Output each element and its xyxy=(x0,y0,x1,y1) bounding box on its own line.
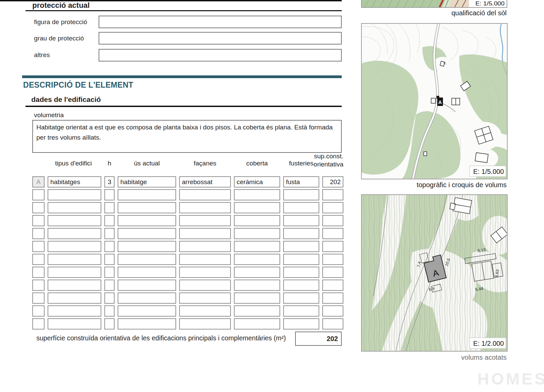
table-cell-empty[interactable] xyxy=(32,215,45,226)
table-cell-empty[interactable] xyxy=(234,305,280,317)
field-input-altres[interactable] xyxy=(99,49,342,61)
table-cell-empty[interactable] xyxy=(283,228,319,239)
table-cell-empty[interactable] xyxy=(48,189,101,200)
table-cell-empty[interactable] xyxy=(179,241,231,252)
table-cell-empty[interactable] xyxy=(322,228,343,239)
table-cell-empty[interactable] xyxy=(118,202,176,213)
table-cell-empty[interactable] xyxy=(48,228,101,239)
table-cell-empty[interactable] xyxy=(118,318,176,329)
table-cell-empty[interactable] xyxy=(104,318,115,329)
table-cell-empty[interactable] xyxy=(179,318,231,329)
table-cell-empty[interactable] xyxy=(283,318,319,329)
table-cell-empty[interactable] xyxy=(104,267,115,278)
table-cell-empty[interactable] xyxy=(48,318,101,329)
cell-h[interactable]: 3 xyxy=(104,176,115,188)
table-cell-empty[interactable] xyxy=(234,241,280,252)
table-cell-empty[interactable] xyxy=(104,305,115,317)
summary-value-box[interactable]: 202 xyxy=(295,332,342,346)
table-cell-empty[interactable] xyxy=(118,267,176,278)
table-cell-empty[interactable] xyxy=(48,254,101,265)
table-cell-empty[interactable] xyxy=(179,254,231,265)
table-cell-empty[interactable] xyxy=(118,254,176,265)
cell-row-id[interactable]: A xyxy=(32,176,45,188)
table-cell-empty[interactable] xyxy=(104,254,115,265)
table-cell-empty[interactable] xyxy=(283,280,319,291)
table-cell-empty[interactable] xyxy=(118,241,176,252)
cell-tipus[interactable]: habitatges xyxy=(48,176,101,188)
table-cell-empty[interactable] xyxy=(104,241,115,252)
table-cell-empty[interactable] xyxy=(32,189,45,200)
table-cell-empty[interactable] xyxy=(179,267,231,278)
table-cell-empty[interactable] xyxy=(48,202,101,213)
table-cell-empty[interactable] xyxy=(104,215,115,226)
table-cell-empty[interactable] xyxy=(48,305,101,317)
table-cell-empty[interactable] xyxy=(283,215,319,226)
cell-coberta[interactable]: ceràmica xyxy=(234,176,280,188)
table-cell-empty[interactable] xyxy=(322,318,343,329)
table-cell-empty[interactable] xyxy=(32,228,45,239)
table-cell-empty[interactable] xyxy=(48,241,101,252)
table-cell-empty[interactable] xyxy=(179,280,231,291)
table-cell-empty[interactable] xyxy=(234,318,280,329)
table-cell-empty[interactable] xyxy=(48,215,101,226)
table-cell-empty[interactable] xyxy=(234,254,280,265)
cell-sup[interactable]: 202 xyxy=(322,176,343,188)
table-cell-empty[interactable] xyxy=(234,228,280,239)
cell-fusteries[interactable]: fusta xyxy=(283,176,319,188)
table-cell-empty[interactable] xyxy=(322,280,343,291)
table-cell-empty[interactable] xyxy=(283,254,319,265)
table-cell-empty[interactable] xyxy=(118,189,176,200)
table-cell-empty[interactable] xyxy=(179,189,231,200)
table-cell-empty[interactable] xyxy=(322,305,343,317)
table-cell-empty[interactable] xyxy=(32,267,45,278)
table-cell-empty[interactable] xyxy=(48,267,101,278)
table-cell-empty[interactable] xyxy=(32,318,45,329)
table-cell-empty[interactable] xyxy=(179,215,231,226)
table-cell-empty[interactable] xyxy=(48,292,101,304)
table-cell-empty[interactable] xyxy=(179,292,231,304)
table-cell-empty[interactable] xyxy=(104,228,115,239)
table-cell-empty[interactable] xyxy=(32,241,45,252)
table-cell-empty[interactable] xyxy=(283,202,319,213)
field-input-figura[interactable] xyxy=(99,16,342,28)
table-cell-empty[interactable] xyxy=(118,215,176,226)
table-cell-empty[interactable] xyxy=(234,267,280,278)
table-cell-empty[interactable] xyxy=(118,228,176,239)
table-cell-empty[interactable] xyxy=(234,292,280,304)
table-cell-empty[interactable] xyxy=(118,280,176,291)
table-cell-empty[interactable] xyxy=(179,202,231,213)
table-cell-empty[interactable] xyxy=(32,292,45,304)
table-cell-empty[interactable] xyxy=(118,305,176,317)
table-cell-empty[interactable] xyxy=(104,280,115,291)
table-cell-empty[interactable] xyxy=(179,228,231,239)
table-cell-empty[interactable] xyxy=(179,305,231,317)
table-cell-empty[interactable] xyxy=(32,254,45,265)
table-cell-empty[interactable] xyxy=(322,215,343,226)
cell-facanes[interactable]: arrebossat xyxy=(179,176,231,188)
table-cell-empty[interactable] xyxy=(32,305,45,317)
volumetria-textarea[interactable]: Habitatge orientat a est que es composa … xyxy=(32,120,342,153)
table-cell-empty[interactable] xyxy=(322,292,343,304)
table-cell-empty[interactable] xyxy=(104,292,115,304)
table-cell-empty[interactable] xyxy=(283,292,319,304)
table-cell-empty[interactable] xyxy=(234,280,280,291)
table-cell-empty[interactable] xyxy=(32,280,45,291)
table-cell-empty[interactable] xyxy=(234,189,280,200)
cell-us[interactable]: habitatge xyxy=(118,176,176,188)
table-cell-empty[interactable] xyxy=(283,241,319,252)
table-cell-empty[interactable] xyxy=(322,202,343,213)
table-cell-empty[interactable] xyxy=(104,202,115,213)
table-cell-empty[interactable] xyxy=(322,189,343,200)
table-cell-empty[interactable] xyxy=(322,241,343,252)
table-cell-empty[interactable] xyxy=(118,292,176,304)
table-cell-empty[interactable] xyxy=(322,254,343,265)
table-cell-empty[interactable] xyxy=(283,189,319,200)
table-cell-empty[interactable] xyxy=(234,215,280,226)
table-cell-empty[interactable] xyxy=(234,202,280,213)
table-cell-empty[interactable] xyxy=(283,305,319,317)
field-input-grau[interactable] xyxy=(99,32,342,44)
table-cell-empty[interactable] xyxy=(283,267,319,278)
table-cell-empty[interactable] xyxy=(104,189,115,200)
table-cell-empty[interactable] xyxy=(322,267,343,278)
table-cell-empty[interactable] xyxy=(48,280,101,291)
